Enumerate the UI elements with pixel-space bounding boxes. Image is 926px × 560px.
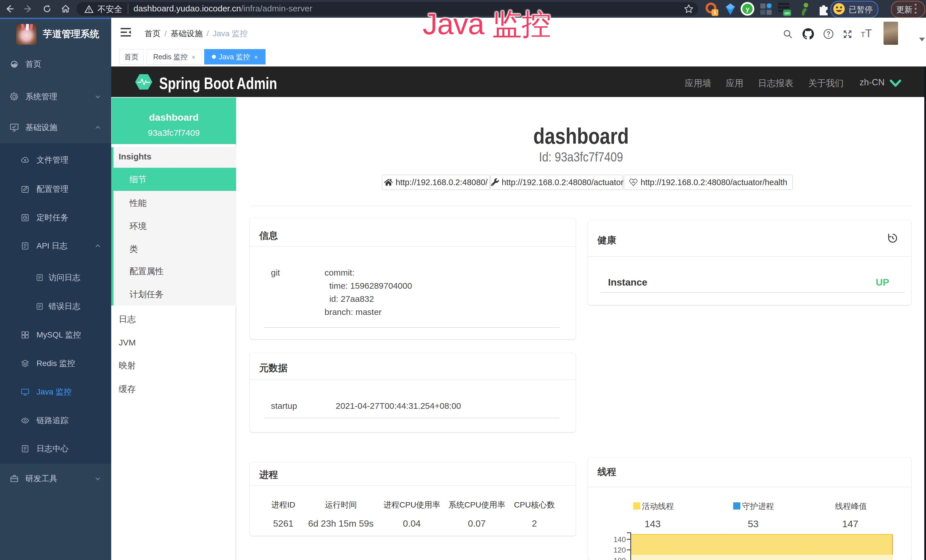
svg-text:y: y — [746, 5, 749, 12]
svg-text:1: 1 — [714, 10, 716, 15]
svg-text:on: on — [785, 11, 790, 15]
